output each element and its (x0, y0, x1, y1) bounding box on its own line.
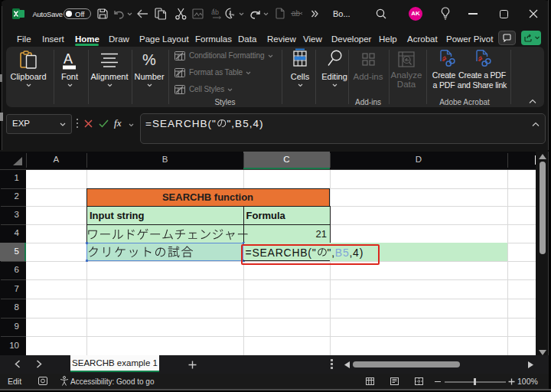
svg-text:ab: ab (211, 8, 219, 16)
svg-text:%: % (142, 51, 156, 68)
svg-text:A: A (64, 51, 73, 67)
